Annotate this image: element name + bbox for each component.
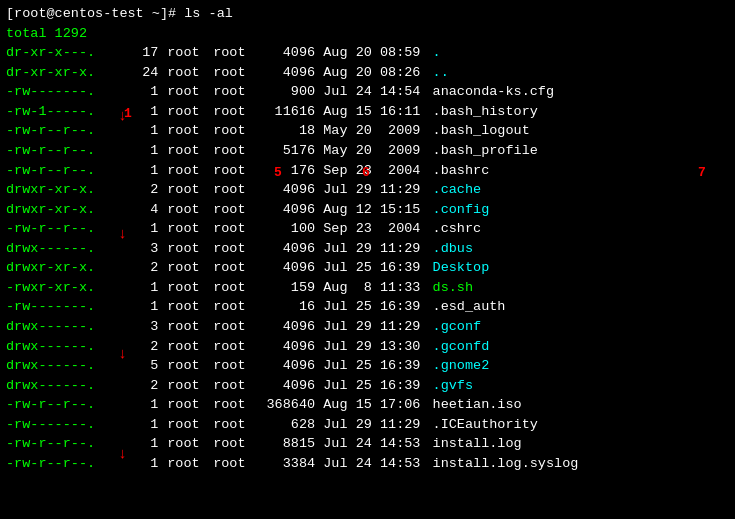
file-date: Jul 24 14:53 xyxy=(315,434,428,454)
file-links: 1 xyxy=(126,434,158,454)
file-user: root xyxy=(158,239,208,259)
file-perms: drwx------. xyxy=(6,337,126,357)
file-group: root xyxy=(208,121,258,141)
table-row: drwxr-xr-x. 4 root root 4096 Aug 12 15:1… xyxy=(6,200,729,220)
file-date: Sep 23 2004 xyxy=(315,161,428,181)
file-date: Aug 8 11:33 xyxy=(315,278,428,298)
file-user: root xyxy=(158,141,208,161)
file-date: May 20 2009 xyxy=(315,141,428,161)
table-row: -rw-------. 1 root root 628 Jul 29 11:29… xyxy=(6,415,729,435)
table-row: -rw-r--r--. 1 root root 100 Sep 23 2004 … xyxy=(6,219,729,239)
file-date: Aug 12 15:15 xyxy=(315,200,428,220)
file-date: Aug 15 17:06 xyxy=(315,395,428,415)
file-user: root xyxy=(158,317,208,337)
file-group: root xyxy=(208,278,258,298)
file-user: root xyxy=(158,161,208,181)
file-group: root xyxy=(208,395,258,415)
file-size: 16 xyxy=(258,297,315,317)
file-size: 4096 xyxy=(258,200,315,220)
file-date: Jul 25 16:39 xyxy=(315,376,428,396)
file-size: 11616 xyxy=(258,102,315,122)
file-size: 159 xyxy=(258,278,315,298)
file-perms: -rw-r--r--. xyxy=(6,454,126,474)
file-perms: drwxr-xr-x. xyxy=(6,258,126,278)
file-name: heetian.iso xyxy=(433,395,522,415)
file-links: 4 xyxy=(126,200,158,220)
file-size: 4096 xyxy=(258,376,315,396)
table-row: -rw-r--r--. 1 root root 8815 Jul 24 14:5… xyxy=(6,434,729,454)
table-row: -rwxr-xr-x. 1 root root 159 Aug 8 11:33 … xyxy=(6,278,729,298)
file-links: 3 xyxy=(126,239,158,259)
file-name: .gconf xyxy=(433,317,482,337)
table-row: drwx------. 2 root root 4096 Jul 25 16:3… xyxy=(6,376,729,396)
file-perms: -rw-------. xyxy=(6,82,126,102)
file-date: Jul 25 16:39 xyxy=(315,356,428,376)
prompt-line: [root@centos-test ~]# ls -al xyxy=(6,4,729,24)
table-row: drwx------. 5 root root 4096 Jul 25 16:3… xyxy=(6,356,729,376)
file-group: root xyxy=(208,317,258,337)
file-date: Aug 15 16:11 xyxy=(315,102,428,122)
table-row: dr-xr-x---. 17 root root 4096 Aug 20 08:… xyxy=(6,43,729,63)
file-user: root xyxy=(158,356,208,376)
table-row: drwx------. 3 root root 4096 Jul 29 11:2… xyxy=(6,317,729,337)
file-name: . xyxy=(433,43,441,63)
file-user: root xyxy=(158,82,208,102)
file-group: root xyxy=(208,200,258,220)
file-name: .. xyxy=(433,63,449,83)
file-size: 8815 xyxy=(258,434,315,454)
table-row: -rw-r--r--. 1 root root 5176 May 20 2009… xyxy=(6,141,729,161)
file-name: .bash_profile xyxy=(433,141,538,161)
table-row: -rw-------. 1 root root 16 Jul 25 16:39 … xyxy=(6,297,729,317)
file-user: root xyxy=(158,102,208,122)
file-name: .bashrc xyxy=(433,161,490,181)
file-links: 5 xyxy=(126,356,158,376)
file-group: root xyxy=(208,415,258,435)
table-row: drwx------. 3 root root 4096 Jul 29 11:2… xyxy=(6,239,729,259)
file-perms: dr-xr-x---. xyxy=(6,43,126,63)
file-group: root xyxy=(208,297,258,317)
file-size: 18 xyxy=(258,121,315,141)
table-row: -rw-r--r--. 1 root root 368640 Aug 15 17… xyxy=(6,395,729,415)
file-list: dr-xr-x---. 17 root root 4096 Aug 20 08:… xyxy=(6,43,729,473)
file-links: 2 xyxy=(126,376,158,396)
file-date: Aug 20 08:59 xyxy=(315,43,428,63)
table-row: drwxr-xr-x. 2 root root 4096 Jul 29 11:2… xyxy=(6,180,729,200)
file-size: 368640 xyxy=(258,395,315,415)
file-name: anaconda-ks.cfg xyxy=(433,82,555,102)
file-links: 1 xyxy=(126,161,158,181)
file-group: root xyxy=(208,356,258,376)
file-user: root xyxy=(158,258,208,278)
file-user: root xyxy=(158,180,208,200)
file-user: root xyxy=(158,297,208,317)
file-name: Desktop xyxy=(433,258,490,278)
file-perms: -rw-r--r--. xyxy=(6,219,126,239)
file-name: .gvfs xyxy=(433,376,474,396)
file-user: root xyxy=(158,200,208,220)
file-group: root xyxy=(208,434,258,454)
file-user: root xyxy=(158,43,208,63)
file-user: root xyxy=(158,395,208,415)
file-links: 1 xyxy=(126,395,158,415)
file-name: .config xyxy=(433,200,490,220)
file-size: 4096 xyxy=(258,356,315,376)
file-user: root xyxy=(158,415,208,435)
file-size: 4096 xyxy=(258,43,315,63)
file-perms: drwx------. xyxy=(6,376,126,396)
file-name: install.log.syslog xyxy=(433,454,579,474)
file-perms: -rw-r--r--. xyxy=(6,161,126,181)
file-date: Jul 25 16:39 xyxy=(315,297,428,317)
file-user: root xyxy=(158,337,208,357)
file-perms: drwxr-xr-x. xyxy=(6,200,126,220)
file-date: Jul 24 14:53 xyxy=(315,454,428,474)
file-size: 100 xyxy=(258,219,315,239)
file-user: root xyxy=(158,376,208,396)
table-row: drwxr-xr-x. 2 root root 4096 Jul 25 16:3… xyxy=(6,258,729,278)
file-user: root xyxy=(158,63,208,83)
file-name: ds.sh xyxy=(433,278,474,298)
file-size: 176 xyxy=(258,161,315,181)
file-perms: drwx------. xyxy=(6,317,126,337)
file-date: Jul 25 16:39 xyxy=(315,258,428,278)
file-name: .ICEauthority xyxy=(433,415,538,435)
file-group: root xyxy=(208,239,258,259)
file-group: root xyxy=(208,102,258,122)
